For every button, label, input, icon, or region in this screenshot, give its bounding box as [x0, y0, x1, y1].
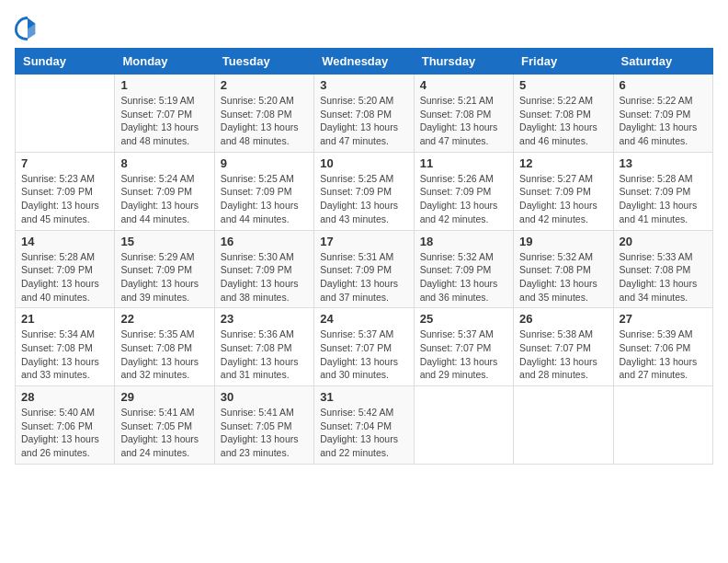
day-number: 10: [320, 156, 407, 170]
logo-icon: [15, 15, 40, 40]
weekday-header-monday: Monday: [115, 49, 214, 75]
day-info: Sunrise: 5:28 AM Sunset: 7:09 PM Dayligh…: [21, 250, 108, 304]
week-row-3: 14Sunrise: 5:28 AM Sunset: 7:09 PM Dayli…: [16, 230, 713, 308]
day-number: 2: [221, 78, 308, 92]
calendar-cell: 27Sunrise: 5:39 AM Sunset: 7:06 PM Dayli…: [613, 308, 712, 386]
day-info: Sunrise: 5:37 AM Sunset: 7:07 PM Dayligh…: [320, 327, 407, 382]
day-number: 30: [221, 390, 308, 404]
week-row-4: 21Sunrise: 5:34 AM Sunset: 7:08 PM Dayli…: [16, 308, 713, 386]
day-info: Sunrise: 5:22 AM Sunset: 7:09 PM Dayligh…: [620, 94, 707, 148]
day-number: 20: [620, 235, 707, 248]
weekday-header-friday: Friday: [514, 49, 613, 75]
calendar-cell: [613, 386, 712, 465]
day-number: 12: [519, 156, 607, 170]
calendar-cell: 12Sunrise: 5:27 AM Sunset: 7:09 PM Dayli…: [514, 152, 613, 230]
calendar-cell: 3Sunrise: 5:20 AM Sunset: 7:08 PM Daylig…: [314, 75, 414, 153]
day-info: Sunrise: 5:28 AM Sunset: 7:09 PM Dayligh…: [620, 172, 707, 226]
day-info: Sunrise: 5:24 AM Sunset: 7:09 PM Dayligh…: [120, 172, 208, 226]
weekday-header-saturday: Saturday: [613, 49, 712, 75]
calendar-cell: 26Sunrise: 5:38 AM Sunset: 7:07 PM Dayli…: [514, 308, 613, 386]
weekday-header-wednesday: Wednesday: [314, 49, 414, 75]
calendar-cell: 9Sunrise: 5:25 AM Sunset: 7:09 PM Daylig…: [214, 152, 313, 230]
day-number: 18: [420, 235, 507, 248]
day-number: 19: [519, 235, 607, 248]
calendar-table: SundayMondayTuesdayWednesdayThursdayFrid…: [15, 48, 713, 465]
calendar-cell: 16Sunrise: 5:30 AM Sunset: 7:09 PM Dayli…: [214, 230, 313, 308]
day-info: Sunrise: 5:41 AM Sunset: 7:05 PM Dayligh…: [120, 406, 208, 460]
day-info: Sunrise: 5:35 AM Sunset: 7:08 PM Dayligh…: [120, 327, 208, 382]
calendar-cell: 17Sunrise: 5:31 AM Sunset: 7:09 PM Dayli…: [314, 230, 414, 308]
week-row-1: 1Sunrise: 5:19 AM Sunset: 7:07 PM Daylig…: [16, 75, 713, 153]
day-info: Sunrise: 5:42 AM Sunset: 7:04 PM Dayligh…: [320, 406, 407, 460]
week-row-2: 7Sunrise: 5:23 AM Sunset: 7:09 PM Daylig…: [16, 152, 713, 230]
day-info: Sunrise: 5:39 AM Sunset: 7:06 PM Dayligh…: [620, 327, 707, 382]
day-number: 25: [420, 312, 507, 326]
weekday-header-sunday: Sunday: [16, 49, 115, 75]
calendar-cell: 11Sunrise: 5:26 AM Sunset: 7:09 PM Dayli…: [414, 152, 513, 230]
day-number: 8: [120, 156, 208, 170]
calendar-cell: 7Sunrise: 5:23 AM Sunset: 7:09 PM Daylig…: [16, 152, 115, 230]
day-info: Sunrise: 5:21 AM Sunset: 7:08 PM Dayligh…: [420, 94, 507, 148]
calendar-cell: 30Sunrise: 5:41 AM Sunset: 7:05 PM Dayli…: [214, 386, 313, 465]
page-header: [15, 15, 713, 40]
day-info: Sunrise: 5:19 AM Sunset: 7:07 PM Dayligh…: [120, 94, 208, 148]
day-number: 5: [519, 78, 607, 92]
calendar-cell: 19Sunrise: 5:32 AM Sunset: 7:08 PM Dayli…: [514, 230, 613, 308]
day-number: 11: [420, 156, 507, 170]
day-number: 23: [221, 312, 308, 326]
day-info: Sunrise: 5:25 AM Sunset: 7:09 PM Dayligh…: [221, 172, 308, 226]
day-number: 9: [221, 156, 308, 170]
day-number: 14: [21, 235, 108, 248]
weekday-header-row: SundayMondayTuesdayWednesdayThursdayFrid…: [16, 49, 713, 75]
day-info: Sunrise: 5:34 AM Sunset: 7:08 PM Dayligh…: [21, 327, 108, 382]
day-number: 15: [120, 235, 208, 248]
day-number: 16: [221, 235, 308, 248]
calendar-cell: 21Sunrise: 5:34 AM Sunset: 7:08 PM Dayli…: [16, 308, 115, 386]
day-info: Sunrise: 5:38 AM Sunset: 7:07 PM Dayligh…: [519, 327, 607, 382]
day-info: Sunrise: 5:20 AM Sunset: 7:08 PM Dayligh…: [320, 94, 407, 148]
day-info: Sunrise: 5:25 AM Sunset: 7:09 PM Dayligh…: [320, 172, 407, 226]
day-number: 31: [320, 390, 407, 404]
day-number: 22: [120, 312, 208, 326]
logo: [15, 15, 44, 40]
calendar-cell: 31Sunrise: 5:42 AM Sunset: 7:04 PM Dayli…: [314, 386, 414, 465]
calendar-cell: 2Sunrise: 5:20 AM Sunset: 7:08 PM Daylig…: [214, 75, 313, 153]
calendar-cell: 8Sunrise: 5:24 AM Sunset: 7:09 PM Daylig…: [115, 152, 214, 230]
calendar-cell: 23Sunrise: 5:36 AM Sunset: 7:08 PM Dayli…: [214, 308, 313, 386]
calendar-cell: 14Sunrise: 5:28 AM Sunset: 7:09 PM Dayli…: [16, 230, 115, 308]
day-number: 26: [519, 312, 607, 326]
calendar-cell: 5Sunrise: 5:22 AM Sunset: 7:08 PM Daylig…: [514, 75, 613, 153]
calendar-cell: 10Sunrise: 5:25 AM Sunset: 7:09 PM Dayli…: [314, 152, 414, 230]
day-number: 1: [120, 78, 208, 92]
calendar-cell: [414, 386, 513, 465]
calendar-cell: 20Sunrise: 5:33 AM Sunset: 7:08 PM Dayli…: [613, 230, 712, 308]
calendar-cell: 4Sunrise: 5:21 AM Sunset: 7:08 PM Daylig…: [414, 75, 513, 153]
day-info: Sunrise: 5:36 AM Sunset: 7:08 PM Dayligh…: [221, 327, 308, 382]
day-info: Sunrise: 5:27 AM Sunset: 7:09 PM Dayligh…: [519, 172, 607, 226]
day-number: 24: [320, 312, 407, 326]
calendar-cell: 15Sunrise: 5:29 AM Sunset: 7:09 PM Dayli…: [115, 230, 214, 308]
day-info: Sunrise: 5:32 AM Sunset: 7:09 PM Dayligh…: [420, 250, 507, 304]
day-number: 4: [420, 78, 507, 92]
day-number: 13: [620, 156, 707, 170]
calendar-cell: 29Sunrise: 5:41 AM Sunset: 7:05 PM Dayli…: [115, 386, 214, 465]
calendar-cell: 25Sunrise: 5:37 AM Sunset: 7:07 PM Dayli…: [414, 308, 513, 386]
day-number: 17: [320, 235, 407, 248]
day-info: Sunrise: 5:41 AM Sunset: 7:05 PM Dayligh…: [221, 406, 308, 460]
day-info: Sunrise: 5:37 AM Sunset: 7:07 PM Dayligh…: [420, 327, 507, 382]
day-info: Sunrise: 5:26 AM Sunset: 7:09 PM Dayligh…: [420, 172, 507, 226]
calendar-cell: [514, 386, 613, 465]
day-info: Sunrise: 5:40 AM Sunset: 7:06 PM Dayligh…: [21, 406, 108, 460]
calendar-cell: 18Sunrise: 5:32 AM Sunset: 7:09 PM Dayli…: [414, 230, 513, 308]
day-info: Sunrise: 5:33 AM Sunset: 7:08 PM Dayligh…: [620, 250, 707, 304]
day-info: Sunrise: 5:31 AM Sunset: 7:09 PM Dayligh…: [320, 250, 407, 304]
calendar-cell: 22Sunrise: 5:35 AM Sunset: 7:08 PM Dayli…: [115, 308, 214, 386]
day-number: 7: [21, 156, 108, 170]
day-info: Sunrise: 5:23 AM Sunset: 7:09 PM Dayligh…: [21, 172, 108, 226]
day-info: Sunrise: 5:20 AM Sunset: 7:08 PM Dayligh…: [221, 94, 308, 148]
day-number: 3: [320, 78, 407, 92]
day-number: 21: [21, 312, 108, 326]
calendar-cell: 28Sunrise: 5:40 AM Sunset: 7:06 PM Dayli…: [16, 386, 115, 465]
day-info: Sunrise: 5:22 AM Sunset: 7:08 PM Dayligh…: [519, 94, 607, 148]
day-number: 29: [120, 390, 208, 404]
